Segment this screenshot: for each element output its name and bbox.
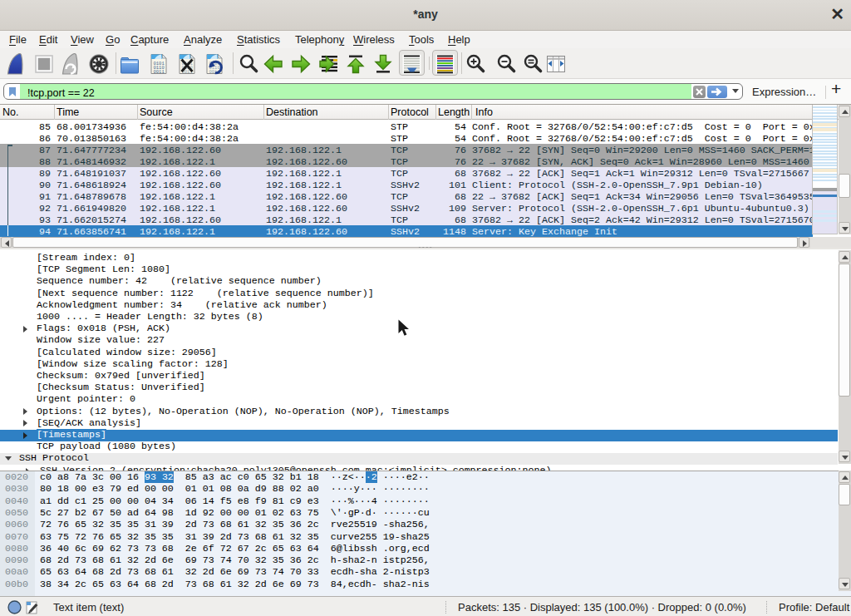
svg-text:0011: 0011 [154, 69, 165, 75]
